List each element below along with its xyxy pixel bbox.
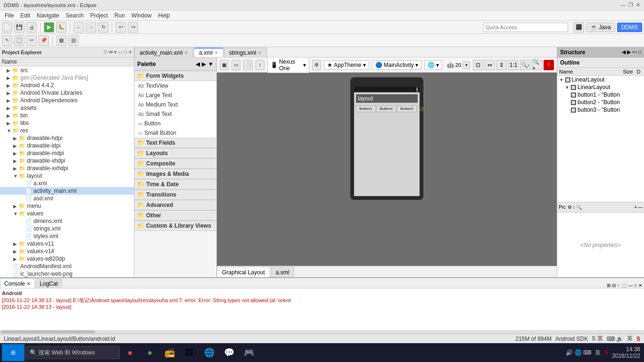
tree-item-values-v14[interactable]: ▶📁values-v14 xyxy=(0,247,134,255)
project-tree[interactable]: ▶📁src▶📁gen [Generated Java Files]▶📁Andro… xyxy=(0,66,134,277)
palette-item-textview[interactable]: Ab TextView xyxy=(134,81,216,90)
taskbar-app3[interactable]: 📻 xyxy=(160,344,179,361)
palette-item-smallbutton[interactable]: ▭ Small Button xyxy=(134,128,216,138)
canvas-view-btn[interactable]: ▦ xyxy=(220,60,229,70)
tree-item-iclauncher[interactable]: 📄ic_launcher-web.png xyxy=(0,270,134,277)
section-images-media[interactable]: 📁 Images & Media xyxy=(134,169,216,179)
undo-btn[interactable]: ↩ xyxy=(116,22,126,33)
outline-item-button2[interactable]: 🔲 button2 - "Button xyxy=(557,99,644,106)
section-time-date[interactable]: 📁 Time & Date xyxy=(134,179,216,189)
tree-item-asdxml[interactable]: 📄asd.xml xyxy=(0,195,134,202)
section-form-widgets[interactable]: 📁 Form Widgets xyxy=(134,71,216,81)
menu-search[interactable]: Search xyxy=(63,11,86,20)
graphical-layout-tab[interactable]: Graphical Layout xyxy=(217,267,270,277)
console-scrollbar-thumb[interactable] xyxy=(1,330,95,333)
console-maximize[interactable]: □ xyxy=(634,283,637,288)
tree-item-values-v11[interactable]: ▶📁values-v11 xyxy=(0,240,134,247)
menu-help[interactable]: Help xyxy=(156,11,173,20)
tab-a-xml[interactable]: a.xml ✕ xyxy=(194,48,223,57)
maximize-btn[interactable]: ❐ xyxy=(628,2,633,8)
palette-item-largetext[interactable]: Ab Large Text xyxy=(134,90,216,100)
tree-item-assets[interactable]: ▶📁assets xyxy=(0,104,134,112)
minimize-btn[interactable]: — xyxy=(620,2,626,8)
tab-activity-main[interactable]: activity_main.xml ✕ xyxy=(134,48,193,57)
ddms-perspective-btn[interactable]: DDMS xyxy=(617,23,642,32)
palette-scroll-area[interactable]: 📁 Form Widgets Ab TextView Ab Large Text… xyxy=(134,71,216,277)
tree-item-res[interactable]: ▼📁res xyxy=(0,127,134,134)
outline-item-button3[interactable]: 🔲 button3 - "Button xyxy=(557,106,644,114)
section-advanced[interactable]: 📁 Advanced xyxy=(134,200,216,210)
menu-window[interactable]: Window xyxy=(129,11,155,20)
zoom-fit-btn[interactable]: ⊡ xyxy=(473,60,483,70)
api-down-btn[interactable]: ▾ xyxy=(462,61,470,69)
save-btn[interactable]: 💾 xyxy=(14,22,25,33)
taskbar-app4[interactable]: 🖼 xyxy=(180,344,199,361)
start-button[interactable]: ⊞ xyxy=(2,344,25,361)
android-button2[interactable]: Button2 xyxy=(377,106,396,112)
prop-btn4[interactable]: 🔍 xyxy=(576,205,582,210)
console-tab[interactable]: Console ✕ xyxy=(0,279,35,288)
tree-item-android442[interactable]: ▶📁Android 4.4.2 xyxy=(0,82,134,89)
tree-item-drawable-xhdpi[interactable]: ▶📁drawable-xhdpi xyxy=(0,157,134,165)
console-btn2[interactable]: ⊟ xyxy=(612,283,616,288)
outline-tree[interactable]: ▼ 🔲 LinearLayout ▼ 🔲 LinearLayout 🔲 butt… xyxy=(557,76,644,202)
tree-item-layout[interactable]: ▼📁layout xyxy=(0,172,134,180)
menu-file[interactable]: File xyxy=(2,11,17,20)
console-close[interactable]: ✕ xyxy=(638,283,642,288)
tree-item-deps[interactable]: ▶📁Android Dependencies xyxy=(0,97,134,104)
prop-btn3[interactable]: ↕ xyxy=(573,205,575,210)
palette-item-smalltext[interactable]: Ab Small Text xyxy=(134,109,216,119)
taskbar-chrome[interactable]: 🌐 xyxy=(200,344,219,361)
tab-strings-xml-close[interactable]: ✕ xyxy=(258,50,262,55)
maximize-panel-icon[interactable]: □ xyxy=(124,49,127,55)
select-btn[interactable]: ↖ xyxy=(2,35,12,46)
link-icon[interactable]: ⇄ xyxy=(109,49,113,55)
tree-item-activitymain[interactable]: 📄activity_main.xml xyxy=(0,187,134,195)
minimize-panel-icon[interactable]: — xyxy=(118,49,123,55)
lang-btn[interactable]: 英 xyxy=(627,335,633,343)
tree-item-styles[interactable]: 📄styles.xml xyxy=(0,232,134,240)
tree-item-drawable-ldpi[interactable]: ▶📁drawable-ldpi xyxy=(0,142,134,149)
view-btn[interactable]: ▤ xyxy=(68,35,79,46)
menu-navigate[interactable]: Navigate xyxy=(34,11,62,20)
console-btn4[interactable]: ⬜ xyxy=(621,283,627,288)
zoom-out-btn[interactable]: 🔍- xyxy=(520,60,530,70)
taskbar-search[interactable]: 🔍 搜索 Web 和 Windows xyxy=(25,346,120,359)
activity-selector[interactable]: 🔵 MainActivity ▾ xyxy=(372,60,421,70)
tree-item-gen[interactable]: ▶📁gen [Generated Java Files] xyxy=(0,74,134,82)
device-settings-btn[interactable]: ⚙ xyxy=(312,60,321,70)
struct-nav-right[interactable]: ▶ xyxy=(627,49,631,55)
refresh-btn[interactable]: ↻ xyxy=(98,22,108,33)
back-btn[interactable]: ← xyxy=(74,22,84,33)
outline-item-linearlayout-child[interactable]: ▼ 🔲 LinearLayout xyxy=(557,83,644,91)
layout-btn[interactable]: ▦ xyxy=(56,35,66,46)
console-tab-close[interactable]: ✕ xyxy=(27,281,31,286)
tree-item-axml[interactable]: 📄a.xml xyxy=(0,180,134,187)
palette-item-button[interactable]: ▭ Button xyxy=(134,119,216,128)
taskbar-app1[interactable]: ● xyxy=(121,344,140,361)
tree-item-bin[interactable]: ▶📁bin xyxy=(0,112,134,119)
console-btn1[interactable]: ⊞ xyxy=(607,283,611,288)
console-minimize[interactable]: — xyxy=(628,283,633,288)
section-transitions[interactable]: 📁 Transitions xyxy=(134,189,216,200)
tree-item-menu[interactable]: ▶📁menu xyxy=(0,202,134,210)
taskbar-app5[interactable]: 💬 xyxy=(220,344,239,361)
android-button1[interactable]: Button1 xyxy=(356,106,376,112)
zoom-in-btn[interactable]: 🔍+ xyxy=(532,60,542,70)
tree-item-private[interactable]: ▶📁Android Private Libraries xyxy=(0,89,134,97)
fwd-btn[interactable]: → xyxy=(86,22,96,33)
run-btn[interactable]: ▶ xyxy=(44,22,54,33)
print-btn[interactable]: 🖨 xyxy=(26,22,37,33)
tree-item-drawable-hdpi[interactable]: ▶📁drawable-hdpi xyxy=(0,134,134,142)
struct-minimize[interactable]: — xyxy=(632,49,637,55)
tree-item-values-w820dp[interactable]: ▶📁values-w820dp xyxy=(0,255,134,263)
collapse-icon[interactable]: ▽ xyxy=(104,49,107,55)
section-text-fields[interactable]: 📁 Text Fields xyxy=(134,138,216,148)
prop-btn1[interactable]: Prc xyxy=(559,205,566,210)
section-layouts[interactable]: 📁 Layouts xyxy=(134,148,216,158)
theme-selector[interactable]: ★ AppTheme ▾ xyxy=(324,60,369,70)
palette-left-arrow[interactable]: ◀ xyxy=(196,61,200,67)
menu-edit[interactable]: Edit xyxy=(17,11,33,20)
tree-item-libs[interactable]: ▶📁libs xyxy=(0,119,134,127)
redo-btn[interactable]: ↪ xyxy=(128,22,138,33)
